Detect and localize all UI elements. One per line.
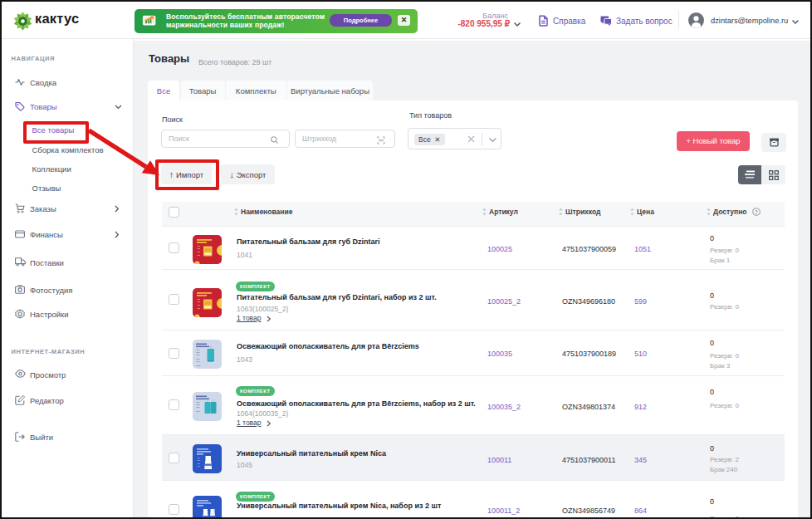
svg-text:?: ? [755, 209, 758, 215]
